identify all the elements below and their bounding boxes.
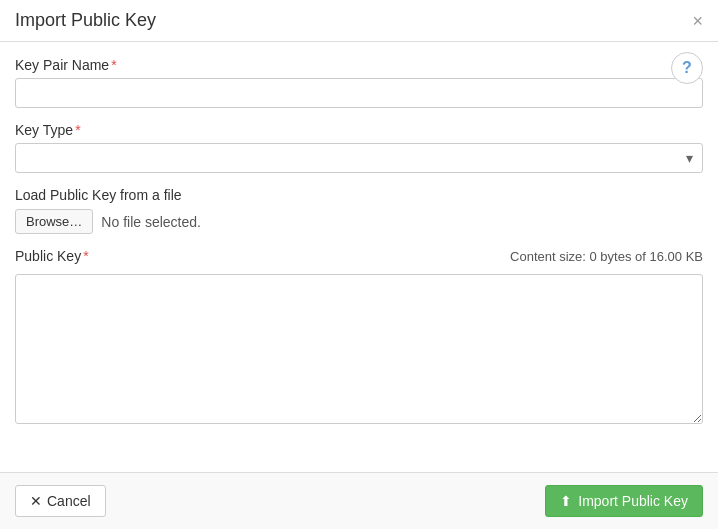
content-size-text: Content size: 0 bytes of 16.00 KB (510, 249, 703, 264)
key-pair-name-label: Key Pair Name* (15, 57, 703, 73)
modal-title: Import Public Key (15, 10, 156, 31)
key-type-group: Key Type* (15, 122, 703, 173)
key-type-select[interactable] (15, 143, 703, 173)
key-type-label: Key Type* (15, 122, 703, 138)
help-button[interactable]: ? (671, 52, 703, 84)
file-upload-label: Load Public Key from a file (15, 187, 703, 203)
import-public-key-button[interactable]: ⬆ Import Public Key (545, 485, 703, 517)
file-upload-row: Browse… No file selected. (15, 209, 703, 234)
help-icon: ? (682, 59, 692, 77)
close-button[interactable]: × (692, 12, 703, 30)
cancel-x-icon: ✕ (30, 493, 42, 509)
upload-icon: ⬆ (560, 493, 572, 509)
file-name-text: No file selected. (101, 214, 201, 230)
modal-body: ? Key Pair Name* Key Type* (0, 42, 718, 472)
modal-header: Import Public Key × (0, 0, 718, 42)
file-upload-section: Load Public Key from a file Browse… No f… (15, 187, 703, 234)
public-key-label: Public Key* (15, 248, 89, 264)
browse-button[interactable]: Browse… (15, 209, 93, 234)
public-key-header: Public Key* Content size: 0 bytes of 16.… (15, 248, 703, 264)
required-star-name: * (111, 57, 116, 73)
cancel-button[interactable]: ✕ Cancel (15, 485, 106, 517)
public-key-textarea[interactable] (15, 274, 703, 424)
key-pair-name-group: Key Pair Name* (15, 57, 703, 108)
key-type-select-wrapper (15, 143, 703, 173)
key-pair-name-input[interactable] (15, 78, 703, 108)
required-star-pk: * (83, 248, 88, 264)
import-public-key-modal: Import Public Key × ? Key Pair Name* Key… (0, 0, 718, 529)
modal-footer: ✕ Cancel ⬆ Import Public Key (0, 472, 718, 529)
modal-overlay: Import Public Key × ? Key Pair Name* Key… (0, 0, 718, 529)
public-key-group: Public Key* Content size: 0 bytes of 16.… (15, 248, 703, 427)
required-star-type: * (75, 122, 80, 138)
